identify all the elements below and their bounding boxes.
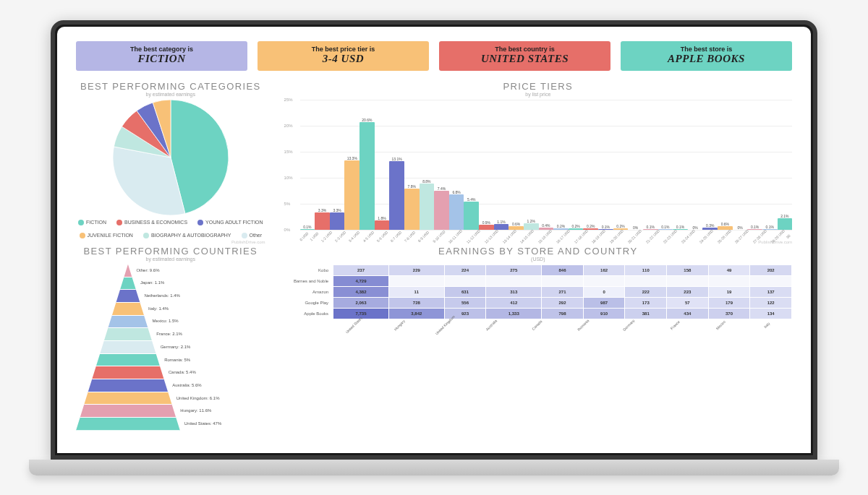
heatmap-cell: 271	[542, 286, 584, 297]
card-best-country: The best country is UNITED STATES	[439, 41, 610, 71]
heatmap-cell: 229	[388, 264, 444, 275]
heatmap-cell: 137	[750, 286, 792, 297]
heatmap-row-header: Barnes and Noble	[284, 275, 333, 286]
heatmap-cell: 224	[444, 264, 486, 275]
bar	[330, 212, 345, 230]
heatmap-cell: 179	[708, 297, 750, 308]
pyramid-label: United States: 47%	[184, 421, 221, 426]
pyramid-label: Romania: 5%	[164, 358, 190, 362]
heatmap-cell: 412	[486, 297, 542, 308]
heatmap-cell: 1,333	[486, 308, 542, 319]
heatmap-cell: 162	[583, 264, 625, 275]
bar	[300, 229, 315, 230]
legend-item: JUVENILE FICTION	[80, 233, 133, 238]
bar	[464, 202, 479, 230]
attribution: PublishDrive.com	[231, 240, 265, 244]
panel-subtitle: (USD)	[284, 257, 792, 262]
pyramid-label: Canada: 5.4%	[169, 370, 196, 374]
attribution: PublishDrive.com	[758, 240, 792, 244]
heatmap-row-header: Apple Books	[284, 308, 333, 319]
pyramid-chart: Other: 9.6%Japan: 1.1%Netherlands: 1.4%I…	[76, 264, 265, 431]
pyramid-label: France: 2.1%	[156, 332, 182, 336]
panel-countries-pyramid: BEST PERFORMING COUNTRIES by estimated e…	[76, 246, 265, 431]
bar	[479, 225, 494, 229]
heatmap-cell: 237	[333, 264, 389, 275]
panel-title: BEST PERFORMING COUNTRIES	[76, 246, 265, 257]
heatmap-cell	[444, 275, 486, 286]
pyramid-label: Mexico: 1.5%	[153, 319, 179, 323]
bar	[344, 160, 359, 230]
bar	[434, 191, 449, 229]
heatmap-cell: 49	[708, 264, 750, 275]
bar	[375, 220, 390, 230]
heatmap-cell	[583, 275, 625, 286]
heatmap-table: Kobo23722922427584616211015849202Barnes …	[284, 264, 792, 319]
legend-item: BUSINESS & ECONOMICS	[116, 220, 187, 225]
heatmap-cell: 19	[708, 286, 750, 297]
pyramid-label: Germany: 2.1%	[161, 345, 191, 349]
screen-bezel: The best category is FICTION The best pr…	[51, 20, 817, 460]
card-label: The best country is	[439, 46, 610, 53]
bar	[315, 212, 330, 230]
summary-cards-row: The best category is FICTION The best pr…	[76, 41, 792, 71]
bar	[509, 226, 524, 229]
card-label: The best price tier is	[258, 46, 429, 53]
heatmap-cell: 4,382	[333, 286, 389, 297]
pyramid-label: Netherlands: 1.4%	[145, 293, 180, 298]
heatmap-cell: 631	[444, 286, 486, 297]
pyramid-label: Hungary: 11.6%	[180, 408, 211, 413]
heatmap-cell	[542, 275, 584, 286]
panel-categories-pie: BEST PERFORMING CATEGORIES by estimated …	[76, 81, 265, 238]
bar	[449, 194, 464, 230]
card-label: The best store is	[621, 46, 792, 53]
bar	[389, 161, 404, 229]
heatmap-cell: 556	[444, 297, 486, 308]
laptop-mockup: The best category is FICTION The best pr…	[51, 20, 817, 475]
legend-item: BIOGRAPHY & AUTOBIOGRAPHY	[143, 233, 231, 238]
heatmap-cell	[750, 275, 792, 286]
heatmap-cell: 158	[667, 264, 709, 275]
panel-title: EARNINGS BY STORE AND COUNTRY	[284, 246, 792, 257]
heatmap-cell: 2,063	[333, 297, 389, 308]
card-value: FICTION	[76, 53, 247, 65]
heatmap-cell: 110	[625, 264, 667, 275]
heatmap-cell: 11	[388, 286, 444, 297]
pie-legend: FICTIONBUSINESS & ECONOMICSYOUNG ADULT F…	[76, 220, 265, 238]
pyramid-label: Australia: 5.6%	[172, 383, 201, 387]
card-best-store: The best store is APPLE BOOKS	[621, 41, 792, 71]
heatmap-cell	[486, 275, 542, 286]
bar	[569, 228, 584, 229]
heatmap-cell: 222	[625, 286, 667, 297]
pyramid-label: Other: 9.6%	[136, 268, 159, 272]
heatmap-cell: 275	[486, 264, 542, 275]
card-label: The best category is	[76, 46, 247, 53]
pyramid-label: Italy: 1.4%	[148, 306, 169, 311]
legend-item: Other	[242, 233, 263, 238]
heatmap-row-header: Google Play	[284, 297, 333, 308]
panel-subtitle: by list price	[284, 92, 792, 97]
pyramid-label: United Kingdom: 6.1%	[176, 396, 220, 400]
heatmap-cell: 846	[542, 264, 584, 275]
panel-price-tiers-bar: PRICE TIERS by list price 0%5%10%15%20%2…	[284, 81, 792, 238]
panel-subtitle: by estimated earnings	[76, 257, 265, 262]
bar	[420, 184, 435, 229]
bar	[359, 122, 375, 229]
card-value: APPLE BOOKS	[621, 53, 792, 65]
heatmap-cell	[625, 275, 667, 286]
bar	[404, 189, 420, 229]
legend-item: YOUNG ADULT FICTION	[197, 220, 263, 225]
bar-chart: 0%5%10%15%20%25%0.1%3.3%3.3%13.3%20.6%1.…	[284, 100, 792, 230]
panel-subtitle: by estimated earnings	[76, 92, 265, 97]
bar	[539, 228, 554, 230]
pyramid-label: Japan: 1.1%	[140, 280, 164, 285]
heatmap-cell: 728	[388, 297, 444, 308]
card-value: UNITED STATES	[439, 53, 610, 65]
heatmap-cell: 173	[625, 297, 667, 308]
card-best-price-tier: The best price tier is 3-4 USD	[258, 41, 429, 71]
bar	[658, 229, 673, 230]
panel-title: PRICE TIERS	[284, 81, 792, 92]
card-best-category: The best category is FICTION	[76, 41, 247, 71]
panel-earnings-heatmap: EARNINGS BY STORE AND COUNTRY (USD) Kobo…	[284, 246, 792, 431]
heatmap-x-axis: United StatesHungaryUnited KingdomAustra…	[333, 319, 792, 324]
heatmap-cell: 122	[750, 297, 792, 308]
